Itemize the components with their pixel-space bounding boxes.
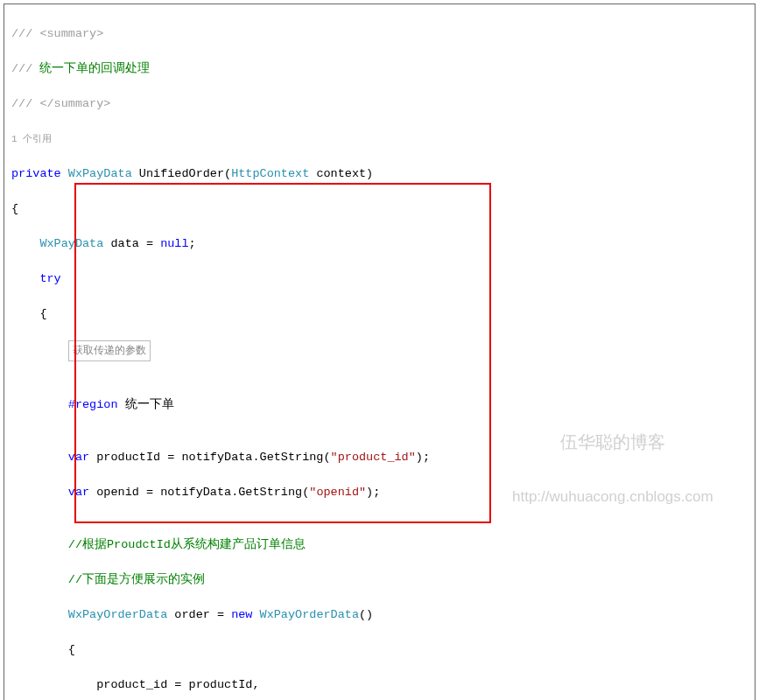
return-type: WxPayData xyxy=(61,167,132,180)
xml-doc-close: /// </summary> xyxy=(11,97,110,110)
semi: ; xyxy=(189,237,196,250)
collapsed-region-params[interactable]: 获取传递的参数 xyxy=(68,340,151,361)
code-text: () xyxy=(359,608,373,621)
xml-doc-open: /// <summary> xyxy=(11,27,103,40)
xml-doc-text: 统一下单的回调处理 xyxy=(39,62,150,75)
brace: { xyxy=(4,200,755,218)
kw-var: var xyxy=(11,486,89,499)
type: WxPayOrderData xyxy=(252,608,359,621)
kw-var: var xyxy=(11,451,89,464)
kw-null: null xyxy=(160,237,188,250)
param-rest: context) xyxy=(309,167,373,180)
brace: { xyxy=(4,641,755,659)
code-text: order = xyxy=(167,608,231,621)
string-literal: "openid" xyxy=(309,486,366,499)
region-label: 统一下单 xyxy=(118,398,174,411)
kw-new: new xyxy=(231,608,252,621)
kw-region: #region xyxy=(11,398,118,411)
code-text: ); xyxy=(366,486,380,499)
xml-doc-prefix: /// xyxy=(11,62,39,75)
kw-private: private xyxy=(11,167,61,180)
code-block: /// <summary> /// 统一下单的回调处理 /// </summar… xyxy=(4,4,755,700)
comment: //根据ProudctId从系统构建产品订单信息 xyxy=(11,538,306,551)
method-name: UnifiedOrder( xyxy=(132,167,231,180)
decl-type: WxPayData xyxy=(11,237,103,250)
code-text: productId = notifyData.GetString( xyxy=(89,451,330,464)
comment: //下面是方便展示的实例 xyxy=(11,573,205,586)
references-count: 1 个引用 xyxy=(4,130,755,148)
field: product_id = productId, xyxy=(4,676,755,694)
code-text: openid = notifyData.GetString( xyxy=(89,486,309,499)
code-text: ); xyxy=(416,451,430,464)
type: WxPayOrderData xyxy=(11,608,167,621)
brace: { xyxy=(4,305,755,323)
kw-try: try xyxy=(11,272,61,285)
param-type: HttpContext xyxy=(231,167,309,180)
string-literal: "product_id" xyxy=(331,451,416,464)
watermark-title: 伍华聪的博客 xyxy=(512,433,713,451)
decl-rest: data = xyxy=(103,237,160,250)
